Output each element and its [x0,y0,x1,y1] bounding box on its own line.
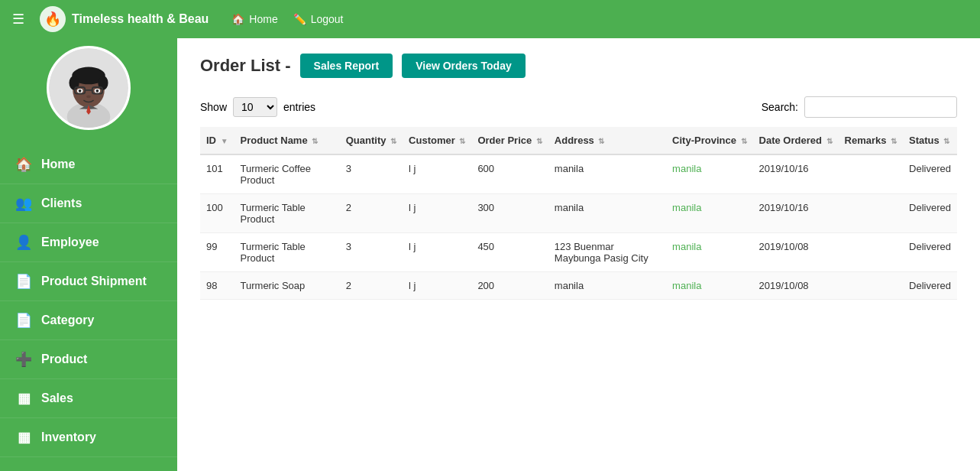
cell-quantity: 3 [340,233,403,272]
sidebar-home-label: Home [41,158,75,171]
home-nav-icon: 🏠 [231,13,244,25]
sidebar-item-sales[interactable]: ▦ Sales [0,379,177,418]
col-customer[interactable]: Customer ⇅ [403,127,471,154]
search-input[interactable] [804,96,957,118]
clients-icon: 👥 [15,195,32,212]
cell-id: 99 [200,233,234,272]
main-layout: 🏠 Home 👥 Clients 👤 Employee 📄 Product Sh… [0,38,980,471]
price-sort-icon: ⇅ [536,137,542,145]
col-address[interactable]: Address ⇅ [548,127,666,154]
cell-product_name: Turmeric Soap [234,272,340,300]
sidebar-item-category[interactable]: 📄 Category [0,301,177,340]
cell-address: 123 Buenmar Maybunga Pasig City [548,233,666,272]
employee-icon: 👤 [15,234,32,251]
cell-date_ordered: 2019/10/16 [753,154,839,194]
svg-point-13 [95,89,99,93]
cell-date_ordered: 2019/10/16 [753,194,839,233]
col-status[interactable]: Status ⇅ [903,127,957,154]
sidebar-item-clients[interactable]: 👥 Clients [0,184,177,223]
cell-customer: l j [403,272,471,300]
cell-customer: l j [403,154,471,194]
sidebar-clients-label: Clients [41,197,82,210]
entries-label: entries [283,101,315,113]
home-icon: 🏠 [15,156,32,173]
cell-product_name: Turmeric Coffee Product [234,154,340,194]
sidebar-product-label: Product [41,352,87,366]
page-title: Order List - [200,56,291,76]
table-controls: Show 10 25 50 100 entries Search: [200,96,957,118]
col-quantity[interactable]: Quantity ⇅ [340,127,403,154]
navbar: ☰ 🔥 Timeless health & Beau 🏠 Home ✏️ Log… [0,0,980,38]
sidebar-employee-label: Employee [41,236,99,249]
product-icon: ➕ [15,351,32,368]
page-header: Order List - Sales Report View Orders To… [200,54,957,78]
cell-quantity: 2 [340,272,403,300]
sidebar-item-product[interactable]: ➕ Product [0,340,177,379]
sidebar-sales-label: Sales [41,391,73,405]
cell-quantity: 2 [340,194,403,233]
entries-select[interactable]: 10 25 50 100 [233,97,277,117]
nav-home-link[interactable]: 🏠 Home [231,13,277,25]
avatar [47,46,131,130]
sidebar-item-home[interactable]: 🏠 Home [0,145,177,184]
table-row: 98Turmeric Soap2l j200manilamanila2019/1… [200,272,957,300]
sales-icon: ▦ [15,390,32,407]
orders-table: ID ▼ Product Name ⇅ Quantity ⇅ Customer … [200,127,957,300]
cell-id: 98 [200,272,234,300]
col-city-province[interactable]: City-Province ⇅ [666,127,752,154]
cell-date_ordered: 2019/10/08 [753,233,839,272]
id-sort-icon: ▼ [221,137,228,145]
cell-id: 101 [200,154,234,194]
cell-order_price: 450 [471,233,548,272]
cell-remarks [839,233,904,272]
cell-order_price: 300 [471,194,548,233]
cell-status: Delivered [903,272,957,300]
menu-icon[interactable]: ☰ [12,11,24,28]
home-nav-label: Home [249,13,277,25]
col-order-price[interactable]: Order Price ⇅ [471,127,548,154]
cell-customer: l j [403,194,471,233]
customer-sort-icon: ⇅ [459,137,465,145]
col-product-name[interactable]: Product Name ⇅ [234,127,340,154]
col-date-ordered[interactable]: Date Ordered ⇅ [753,127,839,154]
category-icon: 📄 [15,312,32,329]
cell-status: Delivered [903,154,957,194]
city-sort-icon: ⇅ [741,137,747,145]
sidebar-item-product-shipment[interactable]: 📄 Product Shipment [0,262,177,301]
sidebar-category-label: Category [41,313,94,327]
col-remarks[interactable]: Remarks ⇅ [839,127,904,154]
sidebar: 🏠 Home 👥 Clients 👤 Employee 📄 Product Sh… [0,38,177,471]
table-row: 101Turmeric Coffee Product3l j600manilam… [200,154,957,194]
inventory-icon: ▦ [15,429,32,446]
show-entries: Show 10 25 50 100 entries [200,97,315,117]
table-header-row: ID ▼ Product Name ⇅ Quantity ⇅ Customer … [200,127,957,154]
status-sort-icon: ⇅ [943,137,949,145]
sidebar-item-employee[interactable]: 👤 Employee [0,223,177,262]
address-sort-icon: ⇅ [598,137,604,145]
svg-point-12 [79,89,82,93]
cell-status: Delivered [903,233,957,272]
svg-point-14 [86,95,91,98]
cell-address: manila [548,154,666,194]
navbar-links: 🏠 Home ✏️ Logout [231,13,343,25]
product-sort-icon: ⇅ [312,137,318,145]
qty-sort-icon: ⇅ [390,137,396,145]
table-row: 99Turmeric Table Product3l j450123 Buenm… [200,233,957,272]
view-orders-today-button[interactable]: View Orders Today [402,54,526,78]
sales-report-button[interactable]: Sales Report [300,54,393,78]
cell-customer: l j [403,233,471,272]
nav-logout-link[interactable]: ✏️ Logout [293,13,344,25]
cell-quantity: 3 [340,154,403,194]
cell-remarks [839,272,904,300]
col-id[interactable]: ID ▼ [200,127,234,154]
logout-nav-icon: ✏️ [293,13,306,25]
cell-product_name: Turmeric Table Product [234,194,340,233]
search-label: Search: [762,101,798,113]
show-label: Show [200,101,227,113]
table-row: 100Turmeric Table Product2l j300manilama… [200,194,957,233]
sidebar-item-inventory[interactable]: ▦ Inventory [0,418,177,457]
brand: 🔥 Timeless health & Beau [40,6,209,32]
cell-city_province: manila [666,154,752,194]
cell-order_price: 600 [471,154,548,194]
cell-status: Delivered [903,194,957,233]
